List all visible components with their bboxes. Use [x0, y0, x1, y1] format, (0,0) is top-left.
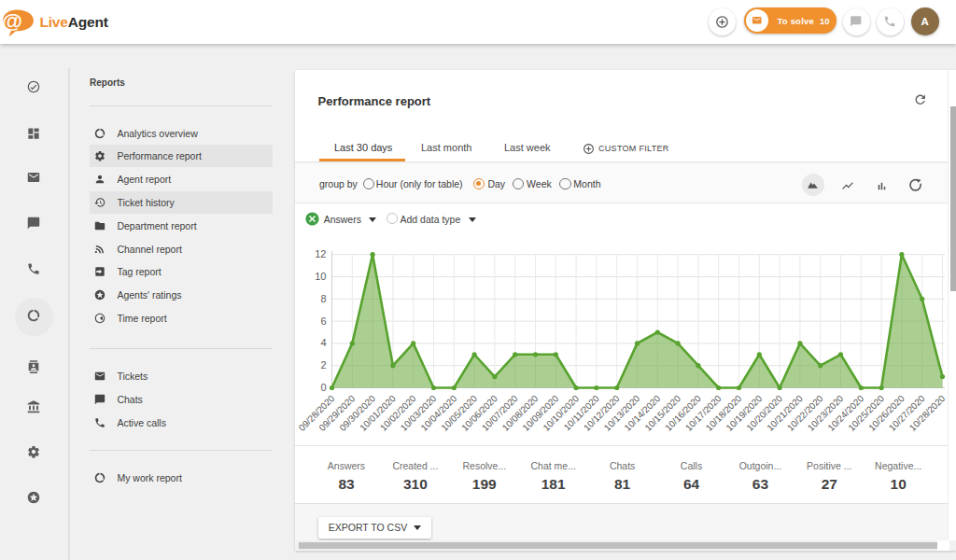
svg-text:0: 0 — [320, 382, 326, 393]
svg-text:Agent: Agent — [68, 14, 108, 30]
svg-text:8: 8 — [320, 293, 326, 304]
svg-text:2: 2 — [320, 359, 326, 371]
svg-text:@: @ — [2, 9, 22, 33]
svg-text:Live: Live — [40, 14, 69, 30]
svg-text:6: 6 — [320, 315, 326, 327]
svg-text:4: 4 — [320, 337, 326, 348]
svg-text:12: 12 — [315, 248, 326, 259]
svg-text:10: 10 — [315, 271, 326, 282]
